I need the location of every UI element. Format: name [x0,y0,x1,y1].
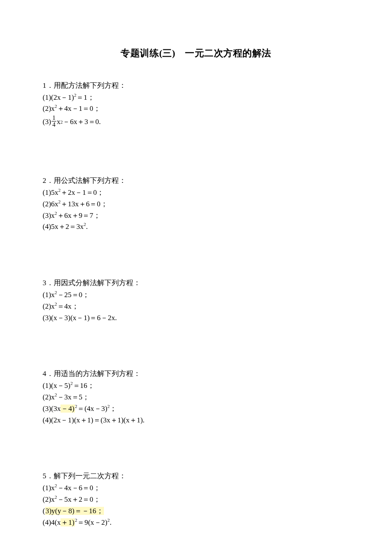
text: －5x＋2＝0； [57,495,101,503]
question-4: 4．用适当的方法解下列方程： (1)(x－5)2＝16； (2)x2－3x＝5；… [43,369,349,425]
text: ＝(4x－3) [77,405,107,413]
highlight-mark: 3)y(y－8)＝－16； [45,507,104,515]
text: (3) [43,117,51,127]
q2-line1: (1)5x2＋2x－1＝0； [43,188,349,198]
text: ＋2x－1＝0； [61,188,104,197]
q3-head: 3．用因式分解法解下列方程： [43,278,349,288]
q5-head: 5．解下列一元二次方程： [43,471,349,481]
text: ＋13x＋6＝0； [61,200,108,208]
fraction-one-quarter: 14 [52,115,57,128]
highlight-mark: ＋1) [61,518,75,526]
text: (3)x [43,211,55,220]
text: (2)x [43,302,55,310]
page-title: 专题训练(三) 一元二次方程的解法 [43,47,349,60]
text: －4x－6＝0； [57,484,101,492]
text: ＝1； [76,93,95,101]
text: ＝16； [73,382,95,390]
q2-line4: (4)5x＋2＝3x2. [43,222,349,232]
q3-line2: (2)x2＝4x； [43,301,349,312]
q3-line1: (1)x2－25＝0； [43,290,349,300]
text: ＋6x＋9＝7； [57,211,101,220]
q1-line2: (2)x2＋4x－1＝0； [43,104,349,114]
q4-line3: (3)(3x－4)2＝(4x－3)2； [43,404,349,414]
q1-head: 1．用配方法解下列方程： [43,81,349,91]
q2-head: 2．用公式法解下列方程： [43,176,349,186]
q5-line4: (4)4(x＋1)2＝9(x－2)2. [43,517,349,528]
q4-line2: (2)x2－3x＝5； [43,392,349,402]
text: (4)5x＋2＝3x [43,223,84,231]
q5-line3: (3)y(y－8)＝－16； [43,506,349,516]
text: (2)x [43,393,55,401]
question-5: 5．解下列一元二次方程： (1)x2－4x－6＝0； (2)x2－5x＋2＝0；… [43,471,349,527]
text: (2)x [43,104,55,113]
q2-line3: (3)x2＋6x＋9＝7； [43,211,349,221]
numerator: 1 [52,115,57,121]
text: (3)(3x [43,405,61,413]
text: . [110,518,111,526]
q2-line2: (2)6x2＋13x＋6＝0； [43,199,349,209]
text: (1)5x [43,188,58,197]
text: －25＝0； [57,291,90,299]
text: ＋4x－1＝0； [57,104,101,113]
denominator: 4 [52,121,57,128]
text: ； [110,405,117,413]
text: (1)x [43,291,55,299]
text: －3x＝5； [57,393,90,401]
q4-line1: (1)(x－5)2＝16； [43,381,349,391]
text: ＝4x； [57,302,79,310]
question-1: 1．用配方法解下列方程： (1)(2x－1)2＝1； (2)x2＋4x－1＝0；… [43,81,349,130]
text: (2)6x [43,200,58,208]
text: (1)x [43,484,55,492]
text: (1)(x－5) [43,382,70,390]
question-3: 3．用因式分解法解下列方程： (1)x2－25＝0； (2)x2＝4x； (3)… [43,278,349,323]
q1-line3: (3)14x2－6x＋3＝0. [43,115,101,128]
text: (2)x [43,495,55,503]
q4-line4: (4)(2x－1)(x＋1)＝(3x＋1)(x＋1). [43,415,349,425]
q1-line1: (1)(2x－1)2＝1； [43,92,349,103]
question-2: 2．用公式法解下列方程： (1)5x2＋2x－1＝0； (2)6x2＋13x＋6… [43,176,349,232]
q5-line1: (1)x2－4x－6＝0； [43,483,349,493]
q3-line3: (3)(x－3)(x－1)＝6－2x. [43,313,349,323]
q4-head: 4．用适当的方法解下列方程： [43,369,349,379]
text: . [86,223,88,231]
text: －6x＋3＝0. [63,117,101,127]
text: x [57,117,61,127]
text: (1)(2x－1) [43,93,74,101]
text: ( [43,507,45,515]
highlight-mark: －4) [61,405,75,413]
text: ＝9(x－2) [77,518,107,526]
text: (4)4(x [43,518,61,526]
q5-line2: (2)x2－5x＋2＝0； [43,494,349,505]
